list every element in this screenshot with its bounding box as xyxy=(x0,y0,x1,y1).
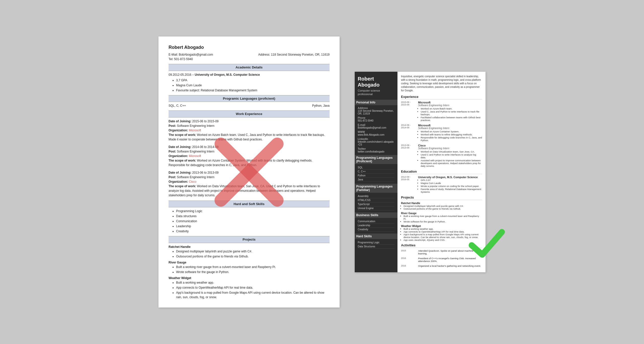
activity-desc: President of C++'s Arcangel's Gaming Clu… xyxy=(418,257,482,262)
projects-header: Projects xyxy=(169,236,330,243)
prog-col1: SQL, C, C++ xyxy=(169,103,186,108)
list-item: Responsible for debugging code branches … xyxy=(421,136,482,142)
list-item: Worked on Azure Container System. xyxy=(421,130,482,133)
education-section-title: Education xyxy=(401,170,482,174)
skill-item: Leadership xyxy=(358,223,394,227)
list-item: Creativity xyxy=(176,229,330,234)
project-ratchet: Ratchet Handle Designed multiplayer laby… xyxy=(169,245,330,259)
skill-item: Data Structures xyxy=(358,245,394,249)
twitter-label: Twitter xyxy=(358,147,394,150)
address-label: Address xyxy=(358,107,394,109)
exp-bullets: Worked on Azure Container System. Worked… xyxy=(421,130,482,142)
list-item: App's background is a map pulled from Go… xyxy=(404,233,482,239)
edu-school: University of Oregon, M.S. Computer Scie… xyxy=(418,176,482,179)
work-entry-1: Date of Joining: 2015-06 to 2015-09 Post… xyxy=(169,119,330,142)
edu-entry-1: 2012-09 -2016-05 University of Oregon, M… xyxy=(401,176,482,194)
list-item: Wrote a popular column on coding for the… xyxy=(421,185,482,187)
project-title: Ratchet Handle xyxy=(401,202,482,205)
list-item: Wrote software for the gauge in Python. xyxy=(404,220,482,223)
edu-detail: University of Oregon, M.S. Computer Scie… xyxy=(418,176,482,194)
exp-detail: Microsoft Software Engineering Intern Wo… xyxy=(418,124,482,142)
activity-1: 2015 Attended Quackcon. Spoke on panel a… xyxy=(401,249,482,255)
exp-bullets: Worked on Azure Batch team. Used C, Java… xyxy=(421,107,482,122)
project-title: Weather Widget xyxy=(401,224,482,227)
work-entry-3: Date of Joining: 2013-06 to 2013-09 Post… xyxy=(169,170,330,198)
activity-desc: Organized a local hacker's gathering and… xyxy=(418,264,482,267)
phone-value: 501-872-5940 xyxy=(358,119,394,122)
skill-item: SQL xyxy=(358,166,394,170)
list-item: Designed multiplayer labyrinth and puzzl… xyxy=(404,205,482,207)
list-item: Outsourced portions of the game to frien… xyxy=(404,207,482,210)
activity-year: 2015 xyxy=(401,249,416,255)
list-item: Magna Cum Laude xyxy=(421,182,482,184)
list-item: Programming Logic xyxy=(176,209,330,213)
phone-label: Phone xyxy=(358,117,394,119)
list-item: Magna Cum Laude xyxy=(176,83,330,88)
left-contact-info: E-Mail: BobAbogado@gmail.com Tel: 501-87… xyxy=(169,52,330,61)
exp-role: Software Engineering Intern xyxy=(418,127,482,130)
email-label: E-mail xyxy=(358,124,394,126)
work-entry-2: Date of Joining: 2014-06 to 2014-09 Post… xyxy=(169,145,330,167)
edu-bullets: GPA 3.97 Magna Cum Laude Wrote a popular… xyxy=(421,179,482,193)
exp-date: 2015-06 -2015-09 xyxy=(401,101,416,122)
prog-languages: SQL, C, C++ Python, Java xyxy=(169,103,330,108)
exp-entry-2: 2014-06 -2014-09 Microsoft Software Engi… xyxy=(401,124,482,142)
project-river: River Gauge Built a working river gauge … xyxy=(169,260,330,274)
right-resume-title: Computer science professional xyxy=(358,89,394,96)
list-item: Worked on Azure Batch team. xyxy=(421,107,482,110)
academic-entry: 09.2012-05.2016 – University of Oregon, … xyxy=(169,72,330,77)
list-item: App uses JavaScript, JQuery and CSS. xyxy=(404,239,482,241)
list-item: Used C and Python to write interfaces to… xyxy=(421,153,482,159)
sidebar-business-skills: Business Skills xyxy=(355,212,397,218)
project-bullets: Built a working weather app. App connect… xyxy=(404,227,482,241)
list-item: Facilitated collaboration between teams … xyxy=(421,116,482,122)
project-title: River Gauge xyxy=(169,260,330,265)
activities-section-title: Activities xyxy=(401,243,482,248)
list-item: Built a working weather app. xyxy=(176,280,330,285)
list-item: GPA 3.97 xyxy=(421,179,482,181)
list-item: Favourite subject: Relational Database M… xyxy=(176,88,330,93)
activity-year: 2016 xyxy=(401,257,416,262)
www-value: www.Bob.Abogado.com xyxy=(358,133,394,136)
exp-date: 2013-06 -2013-09 xyxy=(401,144,416,168)
project-ratchet-right: Ratchet Handle Designed multiplayer laby… xyxy=(401,202,482,210)
exp-company: Microsoft xyxy=(418,101,482,104)
project-weather: Weather Widget Built a working weather a… xyxy=(169,276,330,299)
activity-3: 2016 Organized a local hacker's gatherin… xyxy=(401,264,482,267)
activity-2: 2016 President of C++'s Arcangel's Gamin… xyxy=(401,257,482,262)
right-summary: Inquisitive, energetic computer science … xyxy=(401,75,482,92)
experience-section-title: Experience xyxy=(401,95,482,99)
address-value: 118 Second Stoneway Poneton, OR, 11619 xyxy=(358,109,394,115)
list-item: Wrote software for the gauge in Python. xyxy=(176,270,330,274)
linkedin-label: LinkedIn xyxy=(358,138,394,140)
exp-entry-3: 2013-06 -2013-09 Cisco Software Engineer… xyxy=(401,144,482,168)
exp-role: Software Engineering Intern xyxy=(418,147,482,150)
left-address: Address: 118 Second Stoneway Poneton, OR… xyxy=(258,52,330,61)
twitter-value: twitter.com/bobabogado xyxy=(358,150,394,153)
project-bullets: Built a working river gauge from a culve… xyxy=(404,215,482,223)
skill-item: Assembly xyxy=(358,194,394,198)
project-bullets: Designed multiplayer labyrinth and puzzl… xyxy=(176,249,330,259)
prog-col2: Python, Java xyxy=(312,103,330,108)
sidebar-hard-skills: Hard Skills xyxy=(355,234,397,239)
list-item: Favorite area of study: Relational Datab… xyxy=(421,188,482,193)
work-header: Work Experience xyxy=(169,110,330,118)
skill-item: Unreal Engine xyxy=(358,206,394,210)
right-resume: Robert Abogado Computer science professi… xyxy=(355,72,486,272)
sidebar-prog-proficient: Programming Languages (Proficient) xyxy=(355,155,397,164)
skill-item: Python xyxy=(358,174,394,178)
project-title: River Gauge xyxy=(401,212,482,215)
edu-date: 2012-09 -2016-05 xyxy=(401,176,416,194)
list-item: Designed multiplayer labyrinth and puzzl… xyxy=(176,249,330,254)
list-item: App connects to OpenWeatherMap API for r… xyxy=(176,285,330,290)
project-title: Weather Widget xyxy=(169,276,330,280)
skill-item: Communication xyxy=(358,219,394,223)
list-item: Worked with teams to refine debugging me… xyxy=(421,133,482,136)
project-title: Ratchet Handle xyxy=(169,245,330,249)
exp-entry-1: 2015-06 -2015-09 Microsoft Software Engi… xyxy=(401,101,482,122)
linkedin-value: linkedin.com/in/robert-l-abogado-CS xyxy=(358,140,394,146)
left-resume-name: Robert Abogado xyxy=(169,44,330,51)
list-item: Leadership xyxy=(176,224,330,228)
project-bullets: Built a working river gauge from a culve… xyxy=(176,265,330,274)
skills-header: Hard and Soft Skills xyxy=(169,201,330,208)
